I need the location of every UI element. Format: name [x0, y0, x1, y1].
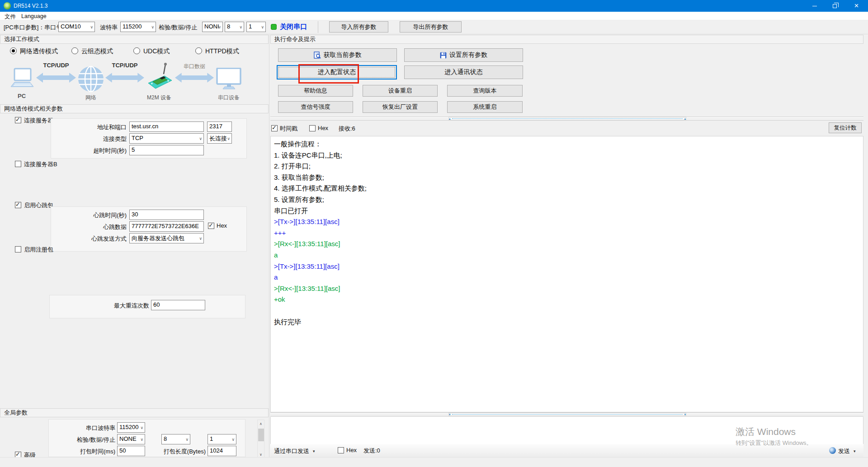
link3-label: 串口数据 — [176, 63, 212, 70]
window-title: DR514 V2.1.3 — [14, 3, 47, 9]
timestamp-checkbox[interactable]: ✓ — [271, 125, 278, 131]
help-button[interactable]: 帮助信息 — [278, 85, 353, 97]
global-databits-select[interactable]: 8 ∨ — [161, 434, 190, 444]
log-line: >[Rx<-][13:35:11][asc] — [274, 238, 367, 250]
device-reboot-button[interactable]: 设备重启 — [363, 85, 438, 97]
heartbeat-time-input[interactable]: 30 — [129, 210, 204, 220]
export-params-button[interactable]: 导出所有参数 — [400, 21, 462, 33]
save-icon — [440, 52, 447, 59]
scroll-up-icon[interactable]: ∧ — [258, 420, 264, 427]
chevron-down-icon: ∨ — [185, 437, 189, 442]
close-serial-button[interactable]: 关闭串口 — [280, 23, 307, 31]
keepalive-select[interactable]: 长连接 ∨ — [207, 133, 232, 144]
server-a-checkbox[interactable]: ✓ — [15, 117, 21, 123]
triangle-up-icon: ▴ — [449, 117, 451, 120]
restore-button[interactable] — [825, 0, 845, 12]
menu-bar: 文件 Language — [0, 12, 868, 20]
packtime-input[interactable]: 50 — [117, 446, 145, 456]
timeout-input[interactable]: 5 — [129, 145, 204, 155]
global-scrollbar[interactable]: ∧ ∨ — [257, 420, 264, 458]
conn-type-value: TCP — [132, 135, 143, 141]
scrollbar-thumb[interactable] — [258, 429, 264, 441]
triangle-down-icon: ▾ — [449, 413, 451, 416]
global-stopbits-select[interactable]: 1 ∨ — [208, 434, 236, 444]
chevron-down-icon: ∨ — [227, 136, 230, 141]
pc-serial-label: [PC串口参数]：串口号 — [4, 23, 62, 32]
get-params-button[interactable]: 获取当前参数 — [278, 48, 397, 62]
heartbeat-data-input[interactable]: 7777772E7573722E636E — [129, 221, 204, 232]
heartbeat-hex-label[interactable]: Hex — [217, 222, 227, 229]
signal-strength-button[interactable]: 查信号强度 — [278, 101, 353, 113]
menu-language[interactable]: Language — [19, 13, 48, 20]
send-icon — [829, 447, 836, 454]
log-hex-label[interactable]: Hex — [318, 125, 328, 131]
activate-windows-watermark: 激活 Windows — [736, 425, 796, 438]
close-button[interactable]: × — [845, 0, 868, 12]
heartbeat-hex-checkbox[interactable]: ✓ — [208, 223, 214, 229]
packtime-label: 打包时间(ms) — [73, 448, 115, 456]
mode-label-httpd[interactable]: HTTPD模式 — [205, 47, 239, 56]
serial-open-indicator-icon — [271, 24, 277, 30]
databits-select[interactable]: 8 ∨ — [225, 22, 244, 32]
stopbits-select[interactable]: 1 ∨ — [246, 22, 266, 32]
log-area[interactable]: 一般操作流程：1. 设备连PC串口,上电;2. 打开串口;3. 获取当前参数;4… — [270, 136, 863, 412]
stopbits-value: 1 — [249, 23, 252, 30]
mode-radio-cloud[interactable] — [71, 47, 78, 54]
heartbeat-label[interactable]: 启用心跳包 — [24, 201, 53, 210]
system-reboot-label: 系统重启 — [473, 103, 497, 111]
system-reboot-button[interactable]: 系统重启 — [447, 101, 523, 113]
send-hex-checkbox[interactable] — [338, 447, 344, 453]
mode-radio-transparent[interactable] — [10, 47, 17, 54]
check-icon: ✓ — [15, 451, 20, 458]
packlen-input[interactable]: 1024 — [208, 446, 236, 456]
splitter-grip[interactable]: ▴ ▴ — [448, 117, 686, 120]
splitter-grip[interactable]: ▾ ▾ — [448, 413, 686, 416]
parity-select[interactable]: NONI ∨ — [202, 22, 223, 32]
server-b-label[interactable]: 连接服务器B — [24, 160, 57, 168]
register-label[interactable]: 启用注册包 — [24, 246, 53, 254]
databits-value: 8 — [227, 23, 230, 30]
mode-label-udc[interactable]: UDC模式 — [143, 47, 170, 56]
log-top-splitter[interactable]: ▴ ▴ — [270, 117, 863, 121]
mode-label-cloud[interactable]: 云组态模式 — [81, 47, 113, 56]
send-button[interactable]: 发送 — [838, 447, 850, 455]
global-databits-value: 8 — [164, 435, 167, 442]
reset-count-label: 复位计数 — [834, 124, 857, 132]
parity-value: NONI — [204, 23, 219, 30]
global-parity-select[interactable]: NONE ∨ — [117, 434, 145, 444]
set-params-button[interactable]: 设置所有参数 — [404, 48, 523, 62]
server-a-port-input[interactable]: 2317 — [207, 121, 232, 132]
timestamp-label[interactable]: 时间戳 — [280, 125, 297, 133]
factory-reset-button[interactable]: 恢复出厂设置 — [363, 101, 438, 113]
reset-count-button[interactable]: 复位计数 — [829, 122, 862, 133]
baud-select[interactable]: 115200 ∨ — [120, 22, 156, 32]
mode-label-transparent[interactable]: 网络透传模式 — [20, 47, 58, 56]
server-a-address-input[interactable]: test.usr.cn — [129, 121, 204, 132]
server-b-checkbox[interactable] — [15, 161, 21, 167]
send-via-serial-dropdown[interactable]: 通过串口发送 — [274, 447, 309, 455]
chevron-down-icon: ∨ — [231, 437, 235, 442]
caret-down-icon[interactable]: ▾ — [854, 449, 856, 453]
query-version-button[interactable]: 查询版本 — [447, 85, 523, 97]
minimize-button[interactable] — [804, 0, 825, 12]
conn-type-select[interactable]: TCP ∨ — [129, 133, 204, 144]
chevron-down-icon: ∨ — [239, 25, 242, 29]
scroll-down-icon[interactable]: ∨ — [258, 451, 264, 458]
search-params-icon — [314, 51, 321, 59]
caret-down-icon[interactable]: ▾ — [313, 449, 315, 453]
send-hex-label[interactable]: Hex — [346, 447, 357, 453]
mode-radio-udc[interactable] — [133, 47, 140, 54]
log-bottom-splitter[interactable]: ▾ ▾ — [270, 412, 863, 416]
enter-comm-button[interactable]: 进入通讯状态 — [404, 65, 523, 79]
reconnect-input[interactable]: 60 — [151, 300, 205, 310]
global-baud-select[interactable]: 115200 ∨ — [117, 422, 145, 433]
heartbeat-checkbox[interactable]: ✓ — [15, 202, 21, 208]
log-line: 3. 获取当前参数; — [274, 172, 367, 183]
import-params-button[interactable]: 导入所有参数 — [329, 21, 388, 33]
log-hex-checkbox[interactable] — [309, 125, 316, 131]
com-port-select[interactable]: COM10 ∨ — [58, 22, 95, 32]
mode-radio-httpd[interactable] — [195, 47, 202, 54]
heartbeat-mode-select[interactable]: 向服务器发送心跳包 ∨ — [129, 233, 204, 243]
register-checkbox[interactable] — [15, 246, 21, 252]
chevron-down-icon: ∨ — [199, 236, 202, 241]
